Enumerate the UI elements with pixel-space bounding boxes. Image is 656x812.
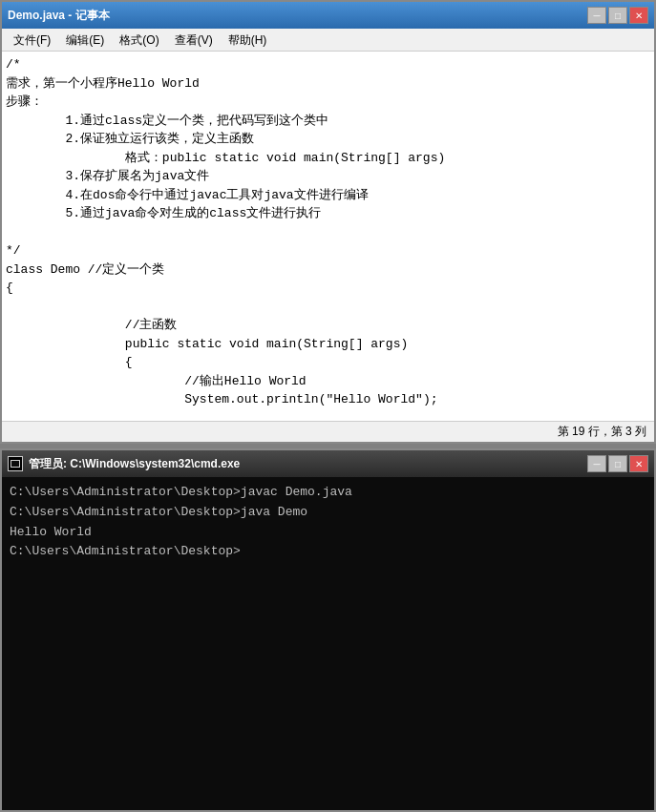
cmd-titlebar: 管理员: C:\Windows\system32\cmd.exe ─ □ ✕ <box>2 450 654 477</box>
cmd-window-controls: ─ □ ✕ <box>587 455 648 472</box>
notepad-title: Demo.java - 记事本 <box>8 8 110 24</box>
menu-edit[interactable]: 编辑(E) <box>58 31 112 49</box>
cmd-content-area[interactable]: C:\Users\Administrator\Desktop>javac Dem… <box>2 477 654 810</box>
cmd-window: 管理员: C:\Windows\system32\cmd.exe ─ □ ✕ C… <box>0 448 656 812</box>
cmd-line-3: C:\Users\Administrator\Desktop>java Demo <box>10 503 646 523</box>
notepad-menu-bar: 文件(F) 编辑(E) 格式(O) 查看(V) 帮助(H) <box>2 29 654 52</box>
notepad-editor[interactable]: /* 需求，第一个小程序Hello World 步骤： 1.通过class定义一… <box>2 52 654 421</box>
notepad-close-button[interactable]: ✕ <box>629 7 648 24</box>
cmd-icon <box>8 456 23 471</box>
notepad-status-bar: 第 19 行，第 3 列 <box>2 421 654 442</box>
notepad-titlebar: Demo.java - 记事本 ─ □ ✕ <box>2 2 654 29</box>
cmd-titlebar-left: 管理员: C:\Windows\system32\cmd.exe <box>8 456 240 472</box>
cmd-line-4: Hello World <box>10 523 646 543</box>
cmd-title: 管理员: C:\Windows\system32\cmd.exe <box>29 456 240 472</box>
cmd-maximize-button[interactable]: □ <box>608 455 627 472</box>
cmd-minimize-button[interactable]: ─ <box>587 455 606 472</box>
menu-view[interactable]: 查看(V) <box>167 31 221 49</box>
notepad-window: Demo.java - 记事本 ─ □ ✕ 文件(F) 编辑(E) 格式(O) … <box>0 0 656 444</box>
cmd-line-1: C:\Users\Administrator\Desktop>javac Dem… <box>10 483 646 503</box>
cmd-line-6: C:\Users\Administrator\Desktop> <box>10 542 646 562</box>
menu-file[interactable]: 文件(F) <box>6 31 58 49</box>
cmd-close-button[interactable]: ✕ <box>629 455 648 472</box>
notepad-maximize-button[interactable]: □ <box>608 7 627 24</box>
cmd-icon-inner <box>11 460 20 468</box>
notepad-minimize-button[interactable]: ─ <box>587 7 606 24</box>
notepad-window-controls: ─ □ ✕ <box>587 7 648 24</box>
notepad-content: /* 需求，第一个小程序Hello World 步骤： 1.通过class定义一… <box>6 55 650 421</box>
menu-help[interactable]: 帮助(H) <box>221 31 275 49</box>
menu-format[interactable]: 格式(O) <box>112 31 166 49</box>
notepad-status-text: 第 19 行，第 3 列 <box>558 424 646 440</box>
